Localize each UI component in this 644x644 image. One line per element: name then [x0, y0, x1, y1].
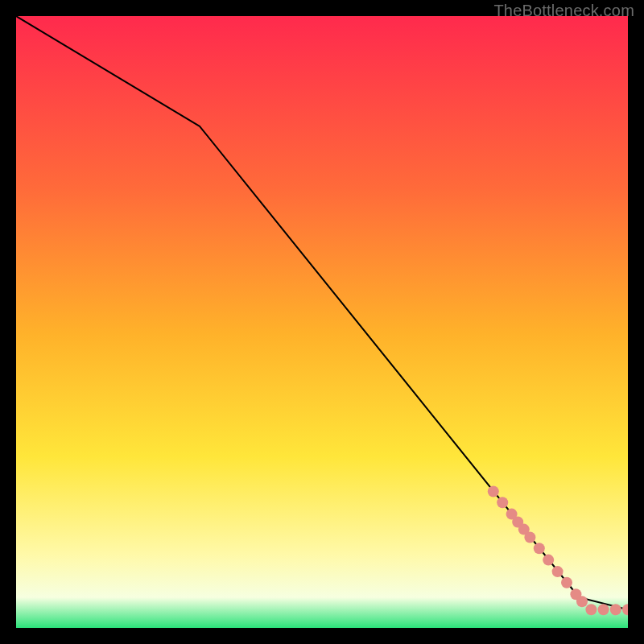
data-point [585, 604, 597, 615]
data-point [576, 596, 588, 607]
data-point [561, 577, 572, 588]
data-point [543, 555, 554, 566]
chart-stage: TheBottleneck.com [0, 0, 644, 644]
data-point [488, 486, 499, 497]
data-point [598, 604, 609, 615]
data-point [610, 604, 621, 615]
data-point [524, 532, 535, 543]
data-point [552, 566, 564, 577]
data-point [534, 543, 545, 554]
bottleneck-chart [16, 16, 628, 628]
data-point [497, 497, 508, 508]
gradient-background [16, 16, 628, 628]
